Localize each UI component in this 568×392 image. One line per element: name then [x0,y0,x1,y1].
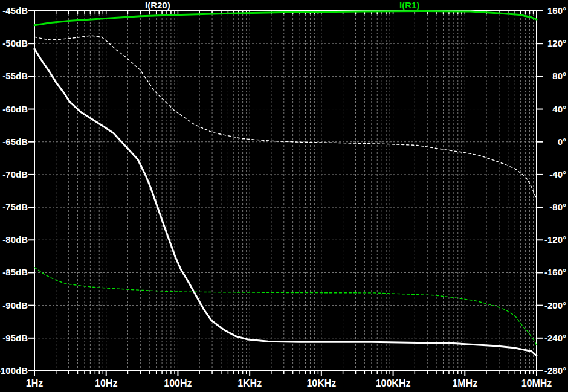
right-axis-label: -240° [544,333,566,343]
right-axis-label: 120° [547,38,566,48]
trace-label-ir20[interactable]: I(R20) [145,0,170,10]
x-axis-label: 100KHz [376,378,411,388]
left-axis-label: -55dB [2,71,28,81]
x-axis-label: 10MHz [521,378,552,388]
left-axis-label: -75dB [2,202,28,212]
plot-frame [34,11,537,371]
trace-i-r1-phase[interactable] [34,268,537,345]
x-axis-label: 1MHz [452,378,477,388]
left-axis-label: -60dB [2,104,28,114]
left-axis-label: -100dB [0,365,28,376]
right-axis-label: -120° [544,234,566,245]
right-axis-label: 80° [552,71,566,81]
x-axis-label: 10Hz [95,378,117,388]
left-axis-label: -45dB [2,5,28,16]
left-axis-label: -50dB [2,38,28,48]
left-axis-label: -95dB [2,333,28,343]
right-axis-label: -200° [544,300,566,310]
x-axis-label: 100Hz [164,378,192,388]
left-axis-label: -65dB [2,137,28,147]
right-axis-label: -280° [544,365,566,376]
trace-i-r20-magnitude[interactable] [34,49,537,356]
trace-i-r20-phase[interactable] [34,36,537,198]
x-axis-label: 1KHz [237,378,262,388]
right-axis-label: 160° [547,5,566,16]
waveform-viewer: -45dB-50dB-55dB-60dB-65dB-70dB-75dB-80dB… [0,0,568,392]
x-axis-label: 1Hz [26,378,43,388]
x-axis-label: 10KHz [306,378,336,388]
trace-label-ir1[interactable]: I(R1) [399,0,419,10]
left-axis-label: -90dB [2,300,28,310]
left-axis-label: -80dB [2,234,28,245]
plot-area[interactable]: -45dB-50dB-55dB-60dB-65dB-70dB-75dB-80dB… [0,0,568,392]
left-axis-label: -70dB [2,169,28,179]
right-axis-label: -80° [549,202,566,212]
right-axis-label: -160° [544,267,566,277]
right-axis-label: 40° [552,104,566,114]
right-axis-label: -40° [549,169,566,179]
right-axis-label: 0° [558,137,566,147]
left-axis-label: -85dB [2,267,28,277]
